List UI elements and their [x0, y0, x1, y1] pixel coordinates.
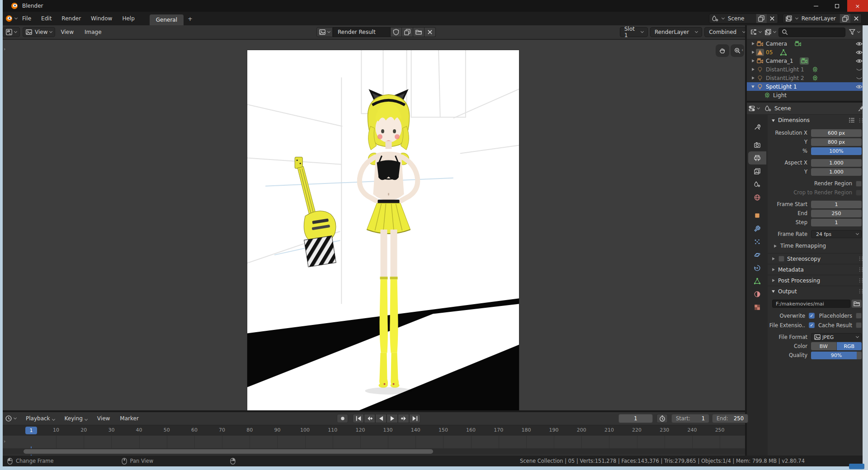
menu-edit[interactable]: Edit — [36, 14, 57, 24]
renderlayer-selector[interactable]: RenderLayer — [783, 14, 862, 24]
editor-type-button[interactable] — [3, 27, 20, 37]
outliner-filter-button[interactable] — [849, 29, 860, 35]
playback-menu[interactable]: Playback — [21, 414, 60, 423]
menu-help[interactable]: Help — [117, 14, 139, 24]
next-keyframe-button[interactable] — [398, 414, 409, 423]
play-button[interactable] — [387, 414, 398, 423]
jump-to-start-button[interactable] — [353, 414, 364, 423]
outliner-row-distantlight-2[interactable]: DistantLight 2 — [747, 74, 868, 82]
frame-start-field[interactable]: 1 — [811, 201, 862, 208]
scene-unlink-button[interactable] — [767, 14, 778, 24]
timeline-scrollbar[interactable] — [0, 448, 745, 455]
layer-dropdown[interactable]: RenderLayer — [650, 27, 702, 37]
menu-file[interactable]: File — [17, 14, 36, 24]
outliner-row-05[interactable]: 05 — [747, 48, 868, 56]
workspace-tab-general[interactable]: General — [150, 14, 184, 26]
placeholders-checkbox[interactable] — [856, 313, 862, 319]
slot-dropdown[interactable]: Slot 1 — [620, 27, 648, 37]
aspect-y-field[interactable]: 1.000 — [811, 168, 862, 176]
timeline-scrollbar-handle[interactable] — [24, 449, 433, 454]
visibility-eye-icon[interactable] — [856, 59, 863, 63]
scene-selector[interactable]: Scene — [709, 14, 778, 24]
frame-step-field[interactable]: 1 — [811, 219, 862, 226]
properties-tab-render[interactable] — [748, 138, 766, 151]
minimize-button[interactable] — [806, 0, 826, 12]
properties-tab-modifiers[interactable] — [748, 222, 766, 235]
file-format-dropdown[interactable]: JPEG — [811, 333, 862, 341]
panel-dimensions-header[interactable]: Dimensions — [768, 115, 868, 126]
cache-result-checkbox[interactable] — [856, 322, 862, 328]
view-mode-dropdown[interactable]: View — [23, 27, 55, 37]
blender-menu-button[interactable] — [5, 15, 17, 22]
expand-toggle[interactable] — [750, 59, 756, 63]
outliner-search[interactable] — [778, 28, 845, 37]
expand-toggle[interactable] — [750, 50, 756, 54]
current-frame-indicator[interactable]: 1 — [25, 427, 37, 434]
timeline-channel-toggle-arrow[interactable]: › — [4, 438, 5, 444]
time-remapping-subpanel[interactable]: Time Remapping — [768, 241, 868, 250]
browse-output-path-button[interactable] — [852, 300, 862, 308]
image-browse-button[interactable] — [316, 27, 333, 37]
panel-metadata-header[interactable]: Metadata — [768, 264, 868, 275]
renderlayer-remove-button[interactable] — [850, 14, 861, 24]
presets-icon[interactable] — [849, 117, 855, 123]
properties-tab-physics[interactable] — [748, 248, 766, 261]
render-region-checkbox[interactable] — [856, 181, 862, 187]
quality-slider[interactable]: 90% — [811, 352, 862, 359]
menu-window[interactable]: Window — [86, 14, 117, 24]
pass-dropdown[interactable]: Combined — [704, 27, 750, 37]
outliner-search-input[interactable] — [790, 29, 840, 36]
use-preview-range-button[interactable] — [656, 414, 668, 423]
jump-to-end-button[interactable] — [409, 414, 420, 423]
timeline-editor-type-button[interactable] — [5, 415, 16, 422]
outliner-row-camera[interactable]: Camera — [747, 39, 868, 48]
scene-copy-button[interactable] — [756, 14, 767, 24]
resolution-y-field[interactable]: 800 px — [811, 138, 862, 146]
outliner-filter-mode-button[interactable] — [765, 29, 776, 35]
current-frame-field[interactable]: 1 — [618, 414, 653, 423]
color-bw-button[interactable]: BW — [811, 342, 836, 350]
toolbar-toggle-arrow[interactable]: › — [4, 46, 5, 52]
image-editor-menu-view[interactable]: View — [55, 29, 79, 35]
color-rgb-button[interactable]: RGB — [836, 342, 862, 350]
add-workspace-button[interactable]: + — [184, 14, 197, 24]
renderlayer-copy-button[interactable] — [840, 14, 850, 24]
properties-tab-material[interactable] — [748, 287, 766, 301]
frame-end-field[interactable]: 250 — [811, 210, 862, 217]
pan-view-button[interactable] — [716, 44, 729, 57]
outliner-display-mode-button[interactable] — [750, 29, 761, 35]
timeline-track-area[interactable]: › — [0, 436, 745, 455]
expand-toggle[interactable] — [750, 42, 756, 46]
visibility-eye-icon[interactable] — [856, 42, 863, 46]
menu-render[interactable]: Render — [57, 14, 86, 24]
properties-editor-type-button[interactable] — [749, 105, 760, 112]
duplicate-image-button[interactable] — [402, 27, 413, 37]
marker-menu[interactable]: Marker — [115, 414, 143, 423]
properties-tab-output[interactable] — [748, 151, 766, 164]
properties-tab-world[interactable] — [748, 191, 766, 204]
panel-post-processing-header[interactable]: Post Processing — [768, 275, 868, 286]
record-button[interactable] — [337, 414, 348, 423]
timeline-view-menu[interactable]: View — [92, 414, 115, 423]
output-path-field[interactable]: F:/makemovies/mai — [772, 300, 850, 308]
expand-toggle[interactable] — [750, 85, 756, 89]
unlink-image-button[interactable] — [425, 27, 436, 37]
crop-region-checkbox[interactable] — [856, 190, 862, 196]
resolution-percent-slider[interactable]: 100% — [811, 147, 862, 155]
aspect-x-field[interactable]: 1.000 — [811, 159, 862, 167]
properties-tab-scene[interactable] — [748, 178, 766, 191]
panel-stereoscopy-header[interactable]: Stereoscopy — [768, 253, 868, 264]
file-extensions-checkbox[interactable]: ✓ — [809, 322, 815, 328]
properties-tab-view-layer[interactable] — [748, 164, 766, 178]
expand-toggle[interactable] — [750, 67, 756, 71]
frame-rate-dropdown[interactable]: 24 fps — [811, 230, 862, 238]
visibility-eye-icon[interactable] — [856, 85, 863, 89]
image-datablock-name[interactable]: Render Result — [333, 27, 391, 37]
start-frame-field[interactable]: Start:1 — [671, 414, 709, 423]
outliner-row-spotlight-1[interactable]: SpotLight 1 — [747, 82, 868, 91]
properties-tab-constraints[interactable] — [748, 261, 766, 274]
properties-tab-tool[interactable] — [748, 120, 766, 133]
outliner-row-camera-1[interactable]: Camera_1 — [747, 56, 868, 65]
visibility-eye-closed-icon[interactable] — [856, 67, 863, 72]
play-reverse-button[interactable] — [375, 414, 387, 423]
